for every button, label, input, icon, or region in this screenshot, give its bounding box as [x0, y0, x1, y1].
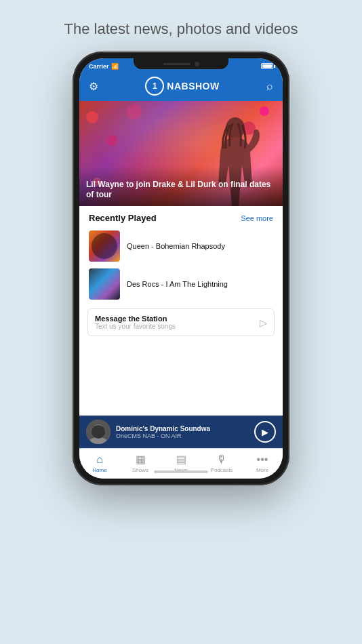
now-playing-bar[interactable]: Dominic's Dynamic Soundwa OneCMS NAB - O… — [79, 416, 283, 448]
battery-icon — [261, 63, 273, 69]
wifi-icon: 📶 — [111, 63, 119, 70]
settings-button[interactable]: ⚙ — [89, 80, 98, 93]
content-area: Recently Played See more Queen - Bohemia… — [79, 206, 283, 416]
logo-text: NABSHOW — [167, 81, 219, 92]
message-placeholder: Text us your favorite songs — [95, 323, 176, 330]
notch-camera — [195, 62, 199, 66]
nav-bar: ⚙ 1 NABSHOW ⌕ — [79, 73, 283, 101]
phone-screen: Carrier 📶 1:15 PM ⚙ 1 NABSHOW ⌕ — [79, 58, 283, 479]
more-icon: ••• — [257, 454, 268, 466]
home-icon: ⌂ — [96, 454, 103, 466]
tab-more[interactable]: ••• More — [242, 454, 283, 473]
home-indicator — [154, 470, 208, 473]
battery-fill — [262, 64, 272, 68]
np-title: Dominic's Dynamic Soundwa — [116, 425, 249, 432]
np-artist-icon — [86, 420, 110, 444]
now-playing-thumbnail — [86, 420, 110, 444]
hero-overlay: Lil Wayne to join Drake & Lil Durk on fi… — [79, 166, 283, 206]
hero-section[interactable]: Lil Wayne to join Drake & Lil Durk on fi… — [79, 101, 283, 206]
battery-indicator — [261, 63, 273, 69]
phone-frame: Carrier 📶 1:15 PM ⚙ 1 NABSHOW ⌕ — [73, 52, 289, 485]
tab-shows-label: Shows — [132, 467, 148, 473]
hero-title: Lil Wayne to join Drake & Lil Durk on fi… — [86, 180, 276, 201]
track-thumbnail-2 — [89, 268, 120, 300]
track-item[interactable]: Queen - Bohemian Rhapsody — [79, 227, 283, 265]
recently-played-title: Recently Played — [89, 213, 157, 223]
shows-icon: ▦ — [136, 453, 146, 466]
logo-number: 1 — [153, 81, 157, 91]
tab-bar: ⌂ Home ▦ Shows ▤ News 🎙 Podcasts ••• Mor… — [79, 448, 283, 479]
svg-point-2 — [94, 424, 103, 434]
notch-speaker — [163, 63, 190, 65]
np-subtitle: OneCMS NAB - ON AIR — [116, 432, 249, 439]
carrier-text: Carrier — [89, 63, 109, 70]
send-button[interactable]: ▷ — [260, 317, 267, 328]
see-more-button[interactable]: See more — [241, 214, 273, 222]
desrocs-thumb — [89, 268, 120, 300]
phone-notch — [134, 58, 228, 69]
news-icon: ▤ — [176, 453, 186, 466]
message-title: Message the Station — [95, 315, 176, 323]
tab-podcasts[interactable]: 🎙 Podcasts — [201, 454, 242, 473]
play-button[interactable]: ▶ — [254, 421, 276, 443]
message-content: Message the Station Text us your favorit… — [95, 315, 176, 330]
carrier-info: Carrier 📶 — [89, 63, 119, 70]
track-item[interactable]: Des Rocs - I Am The Lightning — [79, 265, 283, 303]
search-button[interactable]: ⌕ — [266, 80, 273, 92]
tab-home-label: Home — [92, 467, 106, 473]
track-name-2: Des Rocs - I Am The Lightning — [127, 280, 228, 288]
page-headline: The latest news, photos and videos — [64, 20, 298, 38]
now-playing-info: Dominic's Dynamic Soundwa OneCMS NAB - O… — [116, 425, 249, 439]
tab-home[interactable]: ⌂ Home — [79, 454, 120, 473]
tab-more-label: More — [256, 467, 268, 473]
bokeh-6 — [127, 104, 142, 119]
bokeh-5 — [106, 135, 117, 146]
bohemian-rhapsody-thumb — [89, 230, 120, 262]
logo-circle: 1 — [145, 77, 164, 96]
app-logo: 1 NABSHOW — [145, 77, 219, 96]
track-thumbnail-1 — [89, 230, 120, 262]
message-station[interactable]: Message the Station Text us your favorit… — [87, 308, 275, 336]
tab-podcasts-label: Podcasts — [211, 467, 233, 473]
recently-played-header: Recently Played See more — [79, 206, 283, 227]
bokeh-1 — [86, 111, 98, 123]
podcasts-icon: 🎙 — [216, 454, 227, 466]
track-name-1: Queen - Bohemian Rhapsody — [127, 242, 225, 250]
